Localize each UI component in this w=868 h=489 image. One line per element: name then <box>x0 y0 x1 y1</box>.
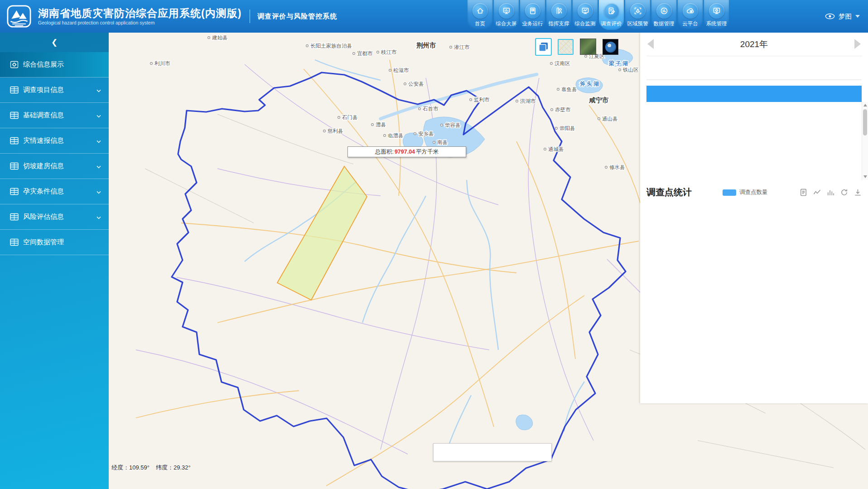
nav-label: 指挥支撑 <box>549 20 569 27</box>
map-label: 嘉鱼县 <box>561 87 577 92</box>
user-name: 梦图 <box>839 12 852 21</box>
measure-area-tooltip: 总面积: 9797.04平方千米 <box>347 146 466 157</box>
table-scrollbar[interactable] <box>862 102 868 180</box>
year-prev-arrow[interactable] <box>647 39 654 49</box>
nav-item-monitor[interactable]: 综合监测 <box>573 0 598 30</box>
map-label: 安乡县 <box>418 131 434 136</box>
sidebar-item-5[interactable]: 切坡建房信息 <box>0 154 109 179</box>
collapse-arrow-icon: ❮ <box>51 38 58 47</box>
satellite-layer-button[interactable] <box>580 39 596 55</box>
nav-item-command[interactable]: 指挥支撑 <box>546 0 571 30</box>
map-label: 潜江市 <box>453 44 470 50</box>
bar-chart-icon[interactable] <box>827 189 834 196</box>
nav-label: 区域预警 <box>627 20 648 27</box>
sidebar-item-3[interactable]: 基础调查信息 <box>0 103 109 128</box>
nav-item-cloud[interactable]: 云平台 <box>678 0 703 30</box>
map-label: 石门县 <box>342 115 358 120</box>
map-measure-toolbar <box>433 443 552 461</box>
table-icon <box>10 86 19 94</box>
cursor-coordinates: 经度：109.59° 纬度：29.32° <box>111 464 191 472</box>
scroll-up-arrow-icon[interactable] <box>863 104 867 107</box>
globe-layer-button[interactable] <box>603 39 618 55</box>
nav-item-business[interactable]: 业务运行 <box>520 0 545 30</box>
sidebar-item-label: 调查项目信息 <box>23 86 64 94</box>
nav-item-home[interactable]: 首页 <box>468 0 492 30</box>
scale-level-table <box>646 86 862 180</box>
year-next-arrow[interactable] <box>854 39 861 49</box>
map-label: 洪湖市 <box>520 98 536 104</box>
app-subtitle: Geological hazard protection control app… <box>38 20 241 25</box>
header: 湖南省地质灾害防治综合应用系统(内测版) Geological hazard p… <box>0 0 868 33</box>
nav-item-survey[interactable]: 调查评价 <box>599 0 624 30</box>
sidebar-item-4[interactable]: 灾情速报信息 <box>0 128 109 154</box>
nav-label: 综合大屏 <box>496 20 517 27</box>
line-chart-icon[interactable] <box>813 189 821 196</box>
street-map-layer-button[interactable] <box>558 39 574 55</box>
table-icon <box>10 111 19 119</box>
download-icon[interactable] <box>854 189 862 196</box>
table-body <box>646 102 862 180</box>
app-logo-icon <box>6 5 32 28</box>
survey-point-chart-section: 调查点统计 调查点数量 <box>646 186 862 305</box>
app-title: 湖南省地质灾害防治综合应用系统(内测版) <box>38 7 241 19</box>
sidebar-item-6[interactable]: 孕灾条件信息 <box>0 179 109 204</box>
data-icon <box>656 3 672 19</box>
command-icon <box>551 3 567 19</box>
app-root: 湖南省地质灾害防治综合应用系统(内测版) Geological hazard p… <box>0 0 868 489</box>
sidebar-item-label: 空间数据管理 <box>23 238 64 247</box>
chevron-down-icon <box>96 215 101 219</box>
sidebar-item-label: 孕灾条件信息 <box>23 187 64 196</box>
screen-icon <box>10 61 19 68</box>
map-label: 慈利县 <box>327 128 343 134</box>
map-label: 咸宁市 <box>588 97 609 104</box>
sidebar-menu: 综合信息展示调查项目信息基础调查信息灾情速报信息切坡建房信息孕灾条件信息风险评估… <box>0 52 109 255</box>
chevron-down-icon <box>96 88 101 92</box>
scrollbar-thumb[interactable] <box>863 109 867 136</box>
header-divider <box>250 10 250 23</box>
data-view-icon[interactable] <box>800 189 807 196</box>
measure-area-value: 9797.04 <box>395 149 415 155</box>
table-icon <box>10 213 19 221</box>
table-icon <box>10 238 19 246</box>
eye-icon <box>825 13 835 19</box>
scroll-down-arrow-icon[interactable] <box>863 175 867 178</box>
statistics-panel: 2021年 调查点统计 调查点数量 <box>640 33 868 403</box>
warning-icon <box>630 3 646 19</box>
nav-item-system[interactable]: 系统管理 <box>704 0 729 30</box>
sidebar-item-label: 基础调查信息 <box>23 111 64 120</box>
sidebar-item-7[interactable]: 风险评估信息 <box>0 204 109 230</box>
sidebar: ❮ 综合信息展示调查项目信息基础调查信息灾情速报信息切坡建房信息孕灾条件信息风险… <box>0 33 109 489</box>
map-label: 通城县 <box>548 146 564 152</box>
map-label: 临澧县 <box>388 133 404 138</box>
sidebar-collapse-button[interactable]: ❮ <box>0 33 109 52</box>
nav-label: 首页 <box>475 20 485 27</box>
title-block: 湖南省地质灾害防治综合应用系统(内测版) Geological hazard p… <box>38 7 241 26</box>
chart-legend: 调查点数量 <box>723 189 768 196</box>
sidebar-item-8[interactable]: 空间数据管理 <box>0 230 109 255</box>
map-label: 南县 <box>437 140 448 145</box>
chevron-down-icon <box>96 189 101 194</box>
nav-label: 数据管理 <box>654 20 675 27</box>
user-menu-caret-icon <box>855 15 860 18</box>
map-label: 宜都市 <box>357 50 373 56</box>
nav-item-warning[interactable]: 区域预警 <box>625 0 650 30</box>
latitude-readout: 纬度：29.32° <box>156 464 191 472</box>
layer-switcher-button[interactable] <box>535 38 552 56</box>
sidebar-item-2[interactable]: 调查项目信息 <box>0 77 109 103</box>
stat-subtabs <box>646 79 862 80</box>
sidebar-item-label: 综合信息展示 <box>23 60 64 69</box>
map-label: 监利市 <box>474 97 490 102</box>
nav-item-bigscreen[interactable]: 综合大屏 <box>494 0 519 30</box>
map-label: 澧县 <box>376 122 386 127</box>
chart-title: 调查点统计 <box>646 186 692 199</box>
cloud-icon <box>683 3 698 19</box>
map-label: 松滋市 <box>393 68 409 73</box>
user-box[interactable]: 梦图 <box>825 0 860 33</box>
nav-item-data[interactable]: 数据管理 <box>651 0 676 30</box>
sidebar-item-1[interactable]: 综合信息展示 <box>0 52 109 77</box>
layers-icon <box>539 42 549 53</box>
refresh-icon[interactable] <box>840 189 848 196</box>
sidebar-item-label: 风险评估信息 <box>23 213 64 221</box>
home-icon <box>473 3 488 19</box>
nav-label: 综合监测 <box>575 20 596 27</box>
